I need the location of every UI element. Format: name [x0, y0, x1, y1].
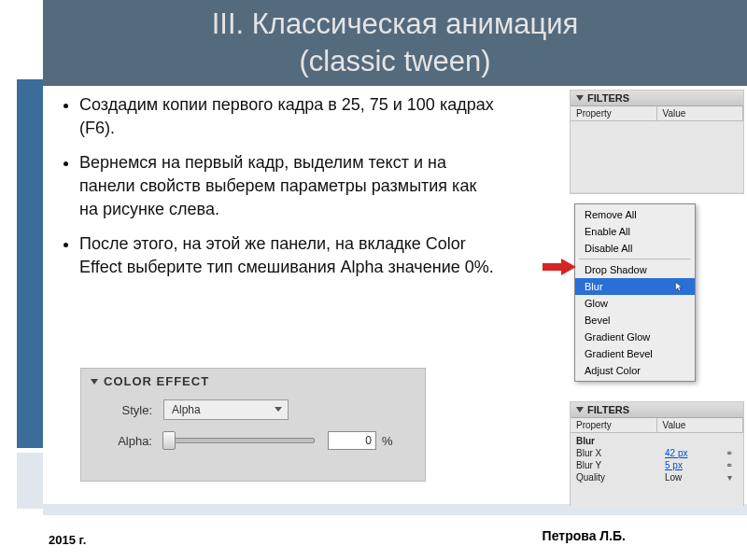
side-stripe [17, 79, 43, 448]
quality-row[interactable]: Quality Low ▾ [571, 471, 743, 483]
col-value: Value [657, 106, 744, 120]
filters-empty-body [571, 121, 743, 192]
menu-disable-all[interactable]: Disable All [575, 240, 695, 257]
dropdown-icon[interactable]: ▾ [721, 472, 738, 483]
menu-bevel[interactable]: Bevel [575, 312, 695, 329]
body-text: Создадим копии первого кадра в 25, 75 и … [59, 93, 498, 290]
menu-enable-all[interactable]: Enable All [575, 223, 695, 240]
alpha-row: Alpha: 0 % [91, 431, 416, 450]
filter-group-row: Blur [571, 435, 743, 447]
blur-y-row[interactable]: Blur Y 5 px ⚭ [571, 459, 743, 471]
menu-gradient-glow[interactable]: Gradient Glow [575, 329, 695, 345]
menu-blur-label: Blur [585, 281, 603, 292]
color-effect-panel: COLOR EFFECT Style: Alpha Alpha: 0 % [80, 368, 426, 482]
filters-panel-header: FILTERS [571, 91, 743, 106]
menu-separator-1 [579, 259, 691, 259]
slide-title: III. Классическая анимация (classic twee… [43, 0, 747, 86]
collapse-icon [576, 407, 584, 413]
red-arrow-icon [561, 259, 576, 275]
blur-x-key: Blur X [576, 448, 665, 458]
blur-x-row[interactable]: Blur X 42 px ⚭ [571, 447, 743, 459]
side-stripe-bottom [17, 453, 43, 509]
title-line1: III. Классическая анимация [212, 6, 579, 43]
style-value: Alpha [172, 403, 201, 416]
filters-panel-header-bottom: FILTERS [571, 402, 743, 418]
style-label: Style: [91, 403, 152, 417]
col-property: Property [571, 106, 657, 120]
color-effect-title-row: COLOR EFFECT [91, 374, 416, 388]
slide: III. Классическая анимация (classic twee… [0, 0, 747, 560]
cursor-icon [674, 281, 685, 292]
filters-grid-header-bottom: Property Value [571, 418, 743, 433]
style-select[interactable]: Alpha [163, 399, 289, 420]
filters-grid-header: Property Value [571, 106, 743, 121]
col-value-bottom: Value [657, 418, 744, 432]
filters-bottom-body: Blur Blur X 42 px ⚭ Blur Y 5 px ⚭ Qualit… [571, 433, 743, 508]
filters-panel-top: FILTERS Property Value [570, 90, 744, 194]
footer-year: 2015 г. [49, 533, 86, 547]
alpha-value-input[interactable]: 0 [328, 431, 376, 450]
color-effect-title: COLOR EFFECT [104, 374, 209, 388]
menu-remove-all[interactable]: Remove All [575, 206, 695, 223]
footer-author: Петрова Л.Б. [543, 528, 626, 543]
col-property-bottom: Property [571, 418, 657, 432]
link-icon[interactable]: ⚭ [721, 460, 738, 470]
collapse-icon [91, 379, 98, 385]
title-line2: (classic tween) [299, 43, 490, 80]
link-icon[interactable]: ⚭ [721, 448, 738, 458]
collapse-icon [576, 95, 584, 101]
menu-drop-shadow[interactable]: Drop Shadow [575, 261, 695, 278]
bullet-3: После этого, на этой же панели, на вклад… [79, 232, 498, 279]
alpha-slider[interactable] [163, 438, 315, 443]
menu-adjust-color[interactable]: Adjust Color [575, 362, 695, 379]
blur-y-value[interactable]: 5 px [665, 460, 721, 470]
blur-x-value[interactable]: 42 px [665, 448, 721, 458]
quality-key: Quality [576, 472, 665, 483]
quality-value[interactable]: Low [665, 472, 721, 483]
menu-blur-selected[interactable]: Blur [575, 278, 695, 295]
filters-context-menu: Remove All Enable All Disable All Drop S… [574, 203, 696, 382]
filter-group-label: Blur [576, 436, 665, 446]
filters-panel-bottom: FILTERS Property Value Blur Blur X 42 px… [570, 401, 744, 506]
filters-title-bottom: FILTERS [587, 404, 629, 415]
menu-gradient-bevel[interactable]: Gradient Bevel [575, 345, 695, 362]
style-row: Style: Alpha [91, 399, 416, 420]
bullet-2: Вернемся на первый кадр, выделим текст и… [79, 151, 498, 221]
menu-glow[interactable]: Glow [575, 295, 695, 312]
blur-y-key: Blur Y [576, 460, 665, 470]
filters-title: FILTERS [587, 92, 629, 104]
bullet-1: Создадим копии первого кадра в 25, 75 и … [79, 93, 498, 140]
alpha-unit: % [382, 434, 393, 448]
alpha-slider-thumb[interactable] [162, 431, 176, 450]
alpha-label: Alpha: [91, 434, 152, 448]
